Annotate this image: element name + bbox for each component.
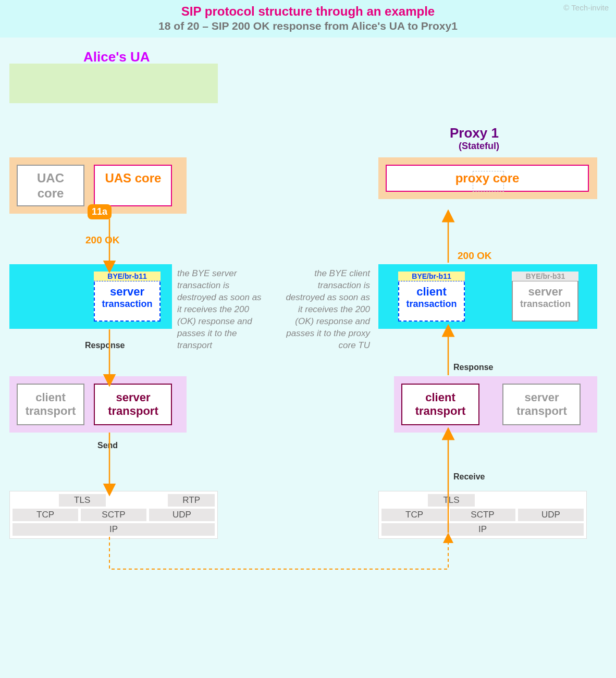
copyright: © Tech-invite: [563, 3, 609, 12]
proxy-client-transaction: BYE/br-b11 client transaction: [398, 272, 465, 322]
msg-200-ok-up: 200 OK: [458, 250, 491, 262]
proxy-network-stack: TLS TCPSCTPUDP IP: [378, 491, 587, 539]
alice-title: Alice's UA: [83, 49, 150, 65]
stack-ip-p: IP: [381, 523, 584, 536]
proxy-client-tag: BYE/br-b11: [398, 272, 465, 281]
proxy-server-type: server: [518, 285, 572, 299]
alice-client-transport: client transport: [17, 384, 84, 425]
msg-200-ok-down: 200 OK: [85, 235, 119, 246]
alice-network-stack: TLSRTP TCPSCTPUDP IP: [9, 491, 218, 539]
proxy-client-type: client: [404, 285, 459, 299]
flow-arrows: [0, 38, 616, 678]
label-response-alice: Response: [85, 341, 125, 350]
label-send: Send: [97, 441, 118, 450]
stack-rtp: RTP: [168, 494, 215, 507]
proxy-server-transport: server transport: [502, 384, 581, 425]
proxy-core-layer: proxy core: [378, 157, 597, 199]
proxy-subtitle: (Stateful): [459, 141, 499, 152]
alice-server-transaction: BYE/br-b11 server transaction: [94, 272, 161, 322]
uas-core-label: UAS core: [105, 171, 161, 185]
proxy-title: Proxy 1: [450, 125, 499, 141]
stack-sctp: SCTP: [81, 509, 146, 521]
page-title: SIP protocol structure through an exampl…: [0, 4, 616, 19]
alice-app-layer: [9, 64, 218, 103]
alice-client-transport-label: client transport: [26, 391, 76, 417]
proxy-server-transaction: BYE/br-b31 server transaction: [512, 272, 578, 322]
proxy-ghost-box: [473, 171, 504, 192]
page-subtitle: 18 of 20 – SIP 200 OK response from Alic…: [0, 20, 616, 32]
alice-trans-tag: BYE/br-b11: [94, 272, 161, 281]
proxy-transport-layer: client transport server transport: [394, 376, 597, 433]
alice-transaction-layer: BYE/br-b11 server transaction: [9, 264, 172, 329]
label-response-proxy: Response: [453, 363, 493, 372]
proxy-client-sub: transaction: [404, 299, 459, 310]
note-bye-client: the BYE client transaction is destroyed …: [281, 268, 370, 352]
alice-trans-sub: transaction: [100, 299, 154, 310]
stack-sctp-p: SCTP: [450, 509, 515, 521]
stack-ip: IP: [13, 523, 215, 536]
diagram-canvas: Alice's UA Proxy 1 (Stateful) UAC core U…: [0, 38, 616, 678]
proxy-client-transport-label: client transport: [415, 391, 466, 417]
proxy-transaction-layer: BYE/br-b11 client transaction BYE/br-b31…: [378, 264, 597, 329]
alice-trans-type: server: [100, 285, 154, 299]
note-bye-server: the BYE server transaction is destroyed …: [177, 268, 266, 352]
proxy-server-sub: transaction: [518, 299, 572, 310]
uac-core-label: UAC core: [37, 171, 64, 200]
alice-transport-layer: client transport server transport: [9, 376, 187, 433]
proxy-client-transport: client transport: [401, 384, 479, 425]
header: SIP protocol structure through an exampl…: [0, 0, 616, 38]
alice-server-transport-label: server transport: [108, 391, 158, 417]
stack-tls-p: TLS: [428, 494, 475, 507]
stack-tcp-p: TCP: [381, 509, 447, 521]
proxy-core: proxy core: [386, 165, 589, 192]
uas-core: UAS core: [94, 165, 172, 206]
proxy-server-transport-label: server transport: [516, 391, 567, 417]
stack-tls: TLS: [59, 494, 106, 507]
uac-core: UAC core: [17, 165, 84, 206]
proxy-server-tag: BYE/br-b31: [512, 272, 578, 281]
stack-udp-p: UDP: [518, 509, 584, 521]
stack-udp: UDP: [149, 509, 215, 521]
label-receive: Receive: [453, 472, 485, 482]
stack-tcp: TCP: [13, 509, 78, 521]
alice-server-transport: server transport: [94, 384, 172, 425]
step-badge-11a: 11a: [88, 204, 112, 219]
